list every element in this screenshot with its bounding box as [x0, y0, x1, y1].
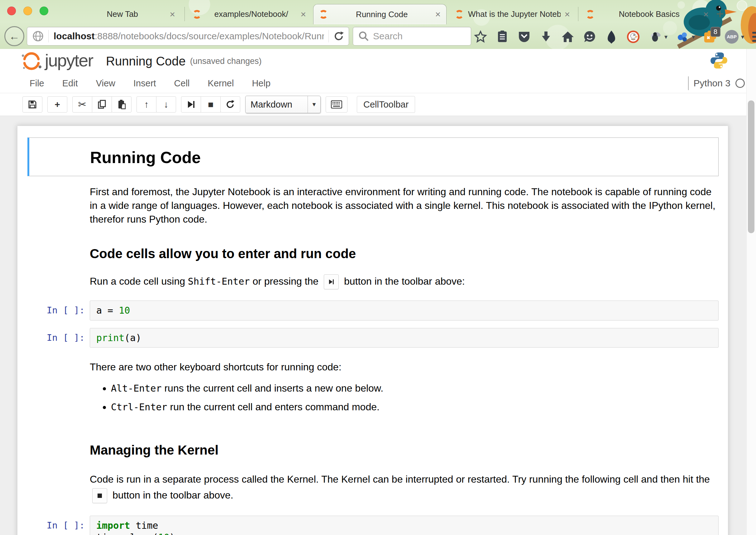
- kernel-name: Python 3: [694, 78, 730, 89]
- alt-enter-code: Alt-Enter: [111, 383, 162, 394]
- markdown-cell[interactable]: Code cells allow you to enter and run co…: [27, 246, 718, 262]
- bookmark-star-icon[interactable]: [474, 30, 487, 43]
- hello-smiley-icon[interactable]: [583, 30, 596, 43]
- markdown-cell-selected[interactable]: Running Code: [27, 137, 718, 176]
- tab-close-icon[interactable]: ×: [170, 10, 175, 19]
- inline-stop-button-image: [92, 488, 107, 503]
- run-icon: [187, 100, 195, 109]
- tab-label: New Tab: [79, 9, 166, 19]
- dropdown-arrow-icon[interactable]: ▾: [692, 33, 695, 41]
- add-cell-button[interactable]: +: [47, 96, 67, 113]
- markdown-cell[interactable]: There are two other keyboard shortcuts f…: [27, 360, 718, 419]
- code-cell[interactable]: In [ ]: a = 10: [27, 300, 718, 321]
- markdown-cell[interactable]: Run a code cell using Shift-Enter or pre…: [27, 274, 718, 290]
- copy-icon: [97, 99, 107, 109]
- move-cell-up-button[interactable]: ↑: [137, 96, 156, 113]
- menu-view[interactable]: View: [96, 78, 115, 89]
- code-cell[interactable]: In [ ]: import timetime.sleep(10): [27, 516, 718, 535]
- markdown-cell[interactable]: Managing the Kernel: [27, 442, 718, 458]
- pocket-icon[interactable]: [517, 30, 531, 43]
- markdown-cell[interactable]: First and foremost, the Jupyter Notebook…: [27, 185, 718, 226]
- reload-icon[interactable]: [333, 31, 344, 42]
- cut-cell-button[interactable]: ✂: [72, 96, 92, 113]
- copy-cell-button[interactable]: [92, 96, 112, 113]
- toolbar-icons: ▾ ▾ 8 ABP ▾: [474, 24, 756, 49]
- markdown-cell[interactable]: Code is run in a separate process called…: [27, 471, 718, 503]
- menu-file[interactable]: File: [30, 78, 44, 89]
- cell-toolbar-button[interactable]: CellToolbar: [357, 96, 415, 113]
- move-cell-down-button[interactable]: ↓: [156, 96, 176, 113]
- search-icon: [358, 31, 369, 42]
- tab-examples-notebook[interactable]: examples/Notebook/ ×: [187, 4, 311, 24]
- dropdown-arrow-icon[interactable]: ▾: [664, 33, 667, 41]
- tab-separator: [578, 7, 579, 21]
- tab-close-icon[interactable]: ×: [703, 10, 709, 19]
- url-text[interactable]: localhost:8888/notebooks/docs/source/exa…: [54, 31, 324, 42]
- menu-kernel[interactable]: Kernel: [208, 78, 234, 89]
- window-close-button[interactable]: [7, 7, 16, 15]
- code-input-area[interactable]: import timetime.sleep(10): [90, 516, 718, 535]
- dropdown-arrow-icon[interactable]: ▾: [741, 33, 744, 41]
- bullet-text: run the current cell and enters command …: [167, 401, 380, 412]
- tab-close-icon[interactable]: ×: [435, 10, 441, 19]
- run-cell-button[interactable]: [181, 96, 201, 113]
- kernel-indicator: Python 3: [688, 73, 745, 93]
- code-cell[interactable]: In [ ]: print(a): [27, 328, 718, 348]
- tab-close-icon[interactable]: ×: [300, 10, 306, 19]
- duckduckgo-icon[interactable]: [626, 30, 640, 43]
- globe-icon: [32, 30, 44, 42]
- search-placeholder: Search: [373, 31, 403, 42]
- menu-hamburger-icon[interactable]: [752, 32, 756, 42]
- intro-paragraph: First and foremost, the Jupyter Notebook…: [90, 185, 718, 226]
- bookmarks-menu-icon[interactable]: [496, 30, 509, 43]
- save-button[interactable]: [22, 96, 42, 113]
- code-input-area[interactable]: print(a): [90, 328, 718, 348]
- navigation-bar: ← localhost:8888/notebooks/docs/source/e…: [0, 24, 756, 49]
- tab-label: Running Code: [332, 10, 431, 19]
- menu-insert[interactable]: Insert: [133, 78, 156, 89]
- kernel-para-post: button in the toolbar above.: [110, 490, 233, 501]
- addon-fly-icon[interactable]: [648, 30, 662, 43]
- notebook-title[interactable]: Running Code: [106, 54, 186, 68]
- cell-type-value: Markdown: [246, 99, 308, 110]
- shortcuts-intro: There are two other keyboard shortcuts f…: [90, 360, 718, 374]
- menu-edit[interactable]: Edit: [62, 78, 78, 89]
- list-item: Alt-Enter runs the current cell and inse…: [111, 381, 718, 395]
- command-palette-button[interactable]: [326, 96, 347, 113]
- menu-cell[interactable]: Cell: [174, 78, 190, 89]
- tab-notebook-basics[interactable]: Notebook Basics ×: [580, 4, 714, 24]
- python-logo-icon: [710, 51, 728, 70]
- share-plane-icon[interactable]: [605, 30, 618, 43]
- menu-help[interactable]: Help: [252, 78, 270, 89]
- code-input-area[interactable]: a = 10: [90, 300, 718, 321]
- tab-new-tab[interactable]: New Tab ×: [73, 4, 181, 24]
- downloads-icon[interactable]: [539, 30, 553, 43]
- url-bar[interactable]: localhost:8888/notebooks/docs/source/exa…: [27, 27, 349, 45]
- search-bar[interactable]: Search: [353, 27, 471, 45]
- screen: New Tab × examples/Notebook/ × Running C…: [0, 0, 756, 535]
- run-line-post: button in the toolbar above:: [341, 276, 465, 287]
- new-tab-button[interactable]: +: [716, 8, 724, 20]
- tab-close-icon[interactable]: ×: [564, 10, 570, 19]
- jupyter-logo[interactable]: jupyter: [20, 50, 93, 72]
- home-icon[interactable]: [561, 30, 575, 43]
- paste-icon: [117, 99, 126, 109]
- window-zoom-button[interactable]: [40, 7, 48, 15]
- scrollbar-thumb[interactable]: [748, 100, 754, 233]
- tab-running-code-active[interactable]: Running Code ×: [313, 4, 446, 24]
- section1-heading: Code cells allow you to enter and run co…: [90, 246, 718, 262]
- downloadhelper-icon[interactable]: [676, 30, 689, 43]
- kernel-divider: [688, 76, 689, 90]
- interrupt-kernel-button[interactable]: ■: [201, 96, 221, 113]
- run-line-mid: or pressing the: [250, 276, 321, 287]
- window-minimize-button[interactable]: [23, 7, 32, 15]
- url-host: localhost: [54, 31, 95, 41]
- tab-what-is-jupyter[interactable]: What is the Jupyter Notebook ×: [449, 4, 576, 24]
- cell-type-select[interactable]: Markdown ▼: [245, 96, 321, 113]
- page-scrollbar[interactable]: [746, 49, 756, 535]
- back-button[interactable]: ←: [4, 26, 24, 46]
- addon-puzzle-icon[interactable]: 8: [703, 30, 717, 43]
- adblock-plus-icon[interactable]: ABP: [725, 30, 739, 43]
- paste-cell-button[interactable]: [112, 96, 131, 113]
- restart-kernel-button[interactable]: [220, 96, 240, 113]
